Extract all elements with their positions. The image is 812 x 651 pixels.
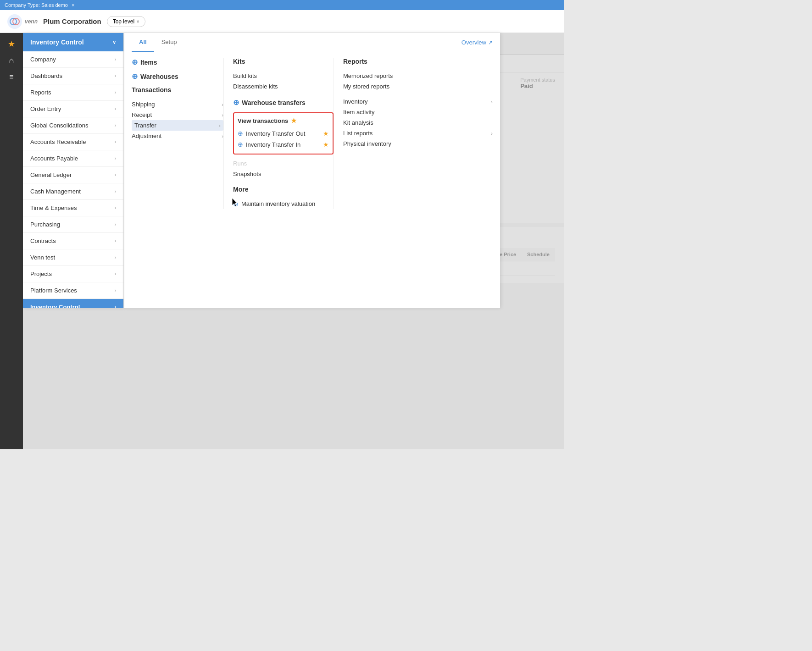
shipping-label: Shipping [132, 101, 155, 108]
inventory-transfer-out-label: Inventory Transfer Out [246, 130, 305, 137]
view-transactions-box: View transactions ★ ⊕ Inventory Transfer… [233, 112, 334, 154]
sidebar: ★ ⌂ ≡ [0, 33, 23, 449]
kits-section-title: Kits [233, 58, 334, 65]
warehouses-section-title: ⊕ Warehouses [132, 72, 223, 81]
inventory-transfer-out-star: ★ [323, 130, 329, 137]
sidebar-item-menu[interactable]: ≡ [5, 71, 18, 83]
tab-all[interactable]: All [132, 33, 154, 52]
physical-inventory-item[interactable]: Physical inventory [343, 138, 493, 149]
inventory-reports-label: Inventory [343, 98, 367, 105]
reports-label: Reports [30, 89, 51, 96]
transfer-arrow: › [219, 123, 221, 128]
transactions-section: Transactions Shipping › Receipt › [132, 86, 223, 141]
left-nav-header[interactable]: Inventory Control ∨ [23, 33, 123, 51]
logo-text: venn [25, 18, 38, 25]
overview-icon: ↗ [488, 39, 493, 46]
level-chevron: ∨ [136, 19, 139, 24]
sidebar-item-venn-test[interactable]: Venn test › [23, 249, 123, 266]
list-reports-item[interactable]: List reports › [343, 128, 493, 138]
left-nav-chevron: ∨ [112, 39, 116, 45]
inventory-reports-item[interactable]: Inventory › [343, 96, 493, 107]
receipt-item[interactable]: Receipt › [132, 110, 223, 120]
reports-section-title: Reports [343, 58, 493, 65]
maintain-inventory-item[interactable]: ⊕ Maintain inventory valuation [233, 199, 334, 209]
top-bar-close[interactable]: × [72, 2, 74, 8]
inventory-transfer-in-star: ★ [323, 141, 329, 148]
accounts-payable-chevron: › [115, 156, 116, 161]
warehouse-transfers-plus-icon: ⊕ [233, 98, 239, 107]
sidebar-item-order-entry[interactable]: Order Entry › [23, 101, 123, 117]
level-selector[interactable]: Top level ∨ [107, 16, 145, 27]
inventory-transfer-out-item[interactable]: ⊕ Inventory Transfer Out ★ [238, 128, 329, 139]
sidebar-item-projects[interactable]: Projects › [23, 266, 123, 282]
sidebar-item-platform-services[interactable]: Platform Services › [23, 282, 123, 299]
view-transactions-star: ★ [291, 117, 297, 124]
cash-management-label: Cash Management [30, 188, 81, 195]
inventory-control-label: Inventory Control [30, 303, 80, 308]
dashboards-chevron: › [115, 73, 116, 78]
sidebar-item-dashboards[interactable]: Dashboards › [23, 68, 123, 84]
inventory-transfer-in-item[interactable]: ⊕ Inventory Transfer In ★ [238, 139, 329, 150]
general-ledger-label: General Ledger [30, 171, 72, 178]
company-label: Company [30, 56, 56, 63]
sidebar-item-company[interactable]: Company › [23, 51, 123, 68]
reports-sub-section: Inventory › Item activity Kit analysis L… [343, 96, 493, 149]
sidebar-item-contracts[interactable]: Contracts › [23, 233, 123, 249]
content-area: ≡ Shop Transactions Mel Bell ( Trans 06/… [23, 33, 564, 449]
logo: venn [7, 14, 38, 29]
global-consolidations-label: Global Consolidations [30, 122, 88, 129]
transfer-item[interactable]: Transfer › [132, 120, 223, 131]
time-expenses-chevron: › [115, 205, 116, 210]
maintain-inventory-link[interactable]: Maintain inventory valuation [241, 199, 315, 209]
warehouse-transfers-label: Warehouse transfers [242, 99, 306, 106]
items-label: Items [140, 59, 157, 66]
sidebar-item-purchasing[interactable]: Purchasing › [23, 216, 123, 233]
transactions-label: Transactions [132, 86, 171, 94]
sidebar-item-time-expenses[interactable]: Time & Expenses › [23, 200, 123, 216]
snapshots-link[interactable]: Snapshots [233, 169, 334, 179]
item-activity-item[interactable]: Item activity [343, 107, 493, 117]
sidebar-item-cash-management[interactable]: Cash Management › [23, 183, 123, 200]
accounts-receivable-label: Accounts Receivable [30, 138, 86, 145]
sidebar-item-favorites[interactable]: ★ [5, 38, 18, 50]
inventory-transfer-in-plus: ⊕ [238, 141, 243, 148]
top-bar-label: Company Type: Sales demo [5, 2, 68, 8]
view-transactions-title: View transactions ★ [238, 117, 329, 124]
overview-link[interactable]: Overview ↗ [462, 39, 493, 46]
time-expenses-label: Time & Expenses [30, 204, 77, 211]
sidebar-item-accounts-payable[interactable]: Accounts Payable › [23, 150, 123, 167]
dropdown-container: Inventory Control ∨ Company › Dashboards… [23, 33, 500, 449]
sidebar-item-home[interactable]: ⌂ [5, 54, 18, 67]
disassemble-kits-link[interactable]: Disassemble kits [233, 81, 334, 92]
runs-link[interactable]: Runs [233, 158, 334, 169]
contracts-chevron: › [115, 238, 116, 243]
sidebar-item-reports[interactable]: Reports › [23, 84, 123, 101]
view-transactions-label: View transactions [238, 117, 288, 124]
shipping-item[interactable]: Shipping › [132, 99, 223, 110]
my-stored-reports-link[interactable]: My stored reports [343, 81, 493, 92]
venn-logo-svg [10, 17, 20, 27]
sidebar-item-accounts-receivable[interactable]: Accounts Receivable › [23, 134, 123, 150]
order-entry-label: Order Entry [30, 105, 61, 112]
adjustment-item[interactable]: Adjustment › [132, 131, 223, 141]
sidebar-item-general-ledger[interactable]: General Ledger › [23, 167, 123, 183]
inventory-transfer-in-label: Inventory Transfer In [246, 141, 300, 148]
reports-col-label: Reports [343, 58, 367, 65]
sidebar-item-global-consolidations[interactable]: Global Consolidations › [23, 117, 123, 134]
right-panel: All Setup Overview ↗ ⊕ Items [124, 33, 500, 308]
level-label: Top level [113, 18, 134, 25]
sidebar-item-inventory-control[interactable]: Inventory Control › [23, 299, 123, 308]
kits-label: Kits [233, 58, 245, 65]
projects-chevron: › [115, 271, 116, 276]
tab-setup[interactable]: Setup [154, 33, 184, 52]
reports-chevron: › [115, 90, 116, 95]
list-reports-arrow: › [491, 131, 493, 136]
memorized-reports-link[interactable]: Memorized reports [343, 71, 493, 81]
order-entry-chevron: › [115, 106, 116, 111]
build-kits-link[interactable]: Build kits [233, 71, 334, 81]
platform-services-chevron: › [115, 288, 116, 293]
panel-col-kits: Kits Build kits Disassemble kits ⊕ Wareh… [223, 58, 334, 209]
kit-analysis-item[interactable]: Kit analysis [343, 117, 493, 128]
inventory-transfer-in-left: ⊕ Inventory Transfer In [238, 141, 300, 148]
inventory-transfer-out-plus: ⊕ [238, 130, 243, 137]
